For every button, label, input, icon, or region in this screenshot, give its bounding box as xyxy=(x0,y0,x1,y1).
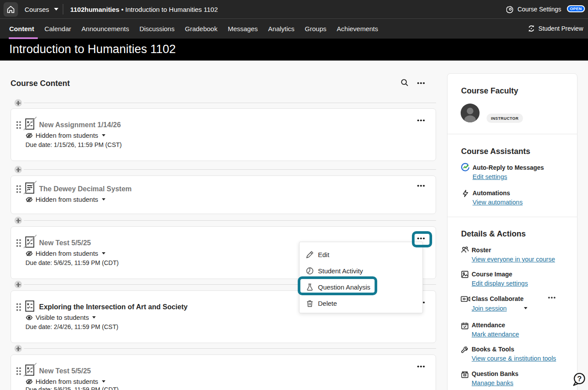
svg-text:?: ? xyxy=(577,375,581,383)
